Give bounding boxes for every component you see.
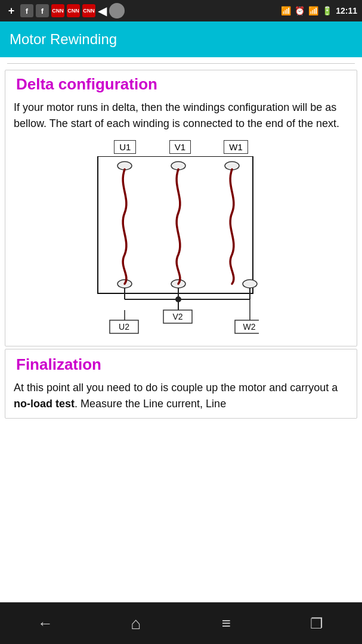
menu-icon: ≡ bbox=[222, 614, 231, 633]
facebook-icon1: f bbox=[20, 4, 33, 17]
window-icon: ❐ bbox=[310, 615, 323, 632]
back-button[interactable]: ← bbox=[27, 609, 63, 639]
plus-icon: + bbox=[5, 4, 18, 17]
delta-body: If your motor runs in delta, then the wi… bbox=[14, 100, 348, 132]
cnn-icon1: CNN bbox=[51, 4, 64, 17]
finalization-section: Finalization At this point all you need … bbox=[5, 349, 357, 419]
finalization-body: At this point all you need to do is coup… bbox=[14, 380, 348, 412]
top-divider bbox=[7, 63, 355, 64]
signal-icon: 📶 bbox=[308, 6, 318, 16]
label-U1: U1 bbox=[114, 140, 136, 154]
app-bar: Motor Rewinding bbox=[0, 21, 362, 57]
battery-icon: 🔋 bbox=[322, 6, 332, 16]
window-button[interactable]: ❐ bbox=[299, 609, 335, 639]
main-content: Delta configuration If your motor runs i… bbox=[0, 57, 362, 602]
wifi-icon: 📶 bbox=[281, 6, 291, 16]
delta-section: Delta configuration If your motor runs i… bbox=[5, 70, 357, 346]
finalization-text-start: At this point all you need to do is coup… bbox=[14, 382, 338, 394]
status-bar-right: 📶 ⏰ 📶 🔋 12:11 bbox=[281, 6, 357, 16]
delta-svg: U2 V2 W2 bbox=[92, 156, 259, 335]
home-button[interactable]: ⌂ bbox=[118, 609, 154, 639]
clock: 12:11 bbox=[336, 6, 357, 16]
svg-text:V2: V2 bbox=[172, 312, 182, 321]
menu-button[interactable]: ≡ bbox=[208, 609, 244, 639]
app-title: Motor Rewinding bbox=[10, 31, 117, 48]
cnn-icon3: CNN bbox=[82, 4, 95, 17]
home-icon: ⌂ bbox=[131, 614, 141, 633]
delta-heading: Delta configuration bbox=[14, 75, 348, 94]
finalization-text-end: . Measure the Line current, Line bbox=[75, 398, 226, 410]
bottom-nav: ← ⌂ ≡ ❐ bbox=[0, 602, 362, 644]
svg-text:U2: U2 bbox=[119, 322, 129, 332]
delta-diagram: U1 V1 W1 bbox=[92, 140, 271, 338]
avatar-icon bbox=[109, 3, 125, 18]
status-bar-left: + f f CNN CNN CNN ◀ bbox=[5, 3, 125, 18]
label-V1: V1 bbox=[169, 140, 191, 154]
finalization-text-bold: no-load test bbox=[14, 398, 75, 410]
cnn-icon2: CNN bbox=[67, 4, 80, 17]
status-bar: + f f CNN CNN CNN ◀ 📶 ⏰ 📶 🔋 12:11 bbox=[0, 0, 362, 21]
diagram-labels-top: U1 V1 W1 bbox=[98, 140, 265, 154]
finalization-heading: Finalization bbox=[14, 355, 348, 374]
diagram-svg-wrap: U2 V2 W2 bbox=[92, 156, 271, 338]
back-icon: ← bbox=[38, 614, 53, 633]
back-arrow-icon: ◀ bbox=[98, 4, 107, 18]
svg-text:W2: W2 bbox=[243, 322, 255, 332]
facebook-icon2: f bbox=[36, 4, 49, 17]
alarm-icon: ⏰ bbox=[295, 6, 305, 16]
label-W1: W1 bbox=[224, 140, 248, 154]
svg-point-11 bbox=[175, 296, 181, 302]
svg-point-6 bbox=[243, 280, 257, 288]
